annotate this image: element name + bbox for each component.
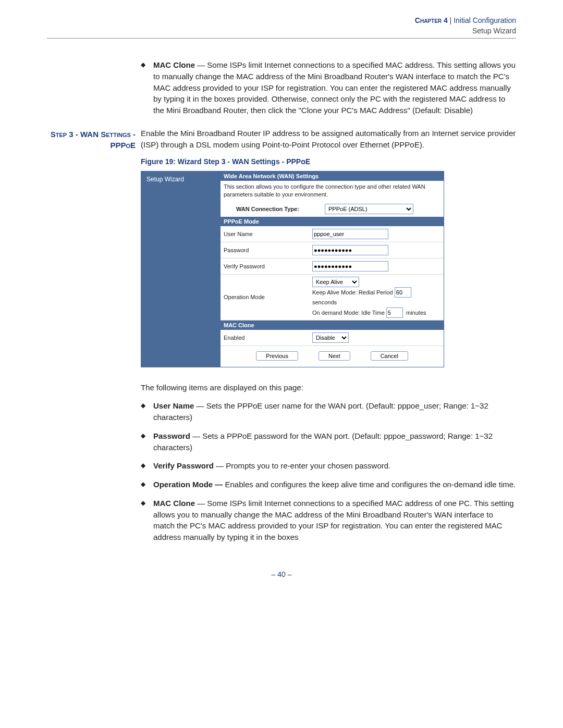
keepalive-post: senconds [312,299,337,305]
idle-time-input[interactable] [386,307,403,318]
bullet-mac-clone-top: MAC Clone — Some ISPs limit Internet con… [141,59,516,116]
header-rule [47,38,516,39]
page-number: – 40 – [47,570,516,578]
next-button[interactable]: Next [319,351,350,361]
wan-connection-type-label: WAN Connection Type: [224,206,325,212]
bullet-username: User Name — Sets the PPPoE user name for… [141,400,516,423]
username-input[interactable] [312,229,388,239]
text-mac-clone: — Some ISPs limit Internet connections t… [153,60,516,115]
bullet-password: Password — Sets a PPPoE password for the… [141,430,516,453]
mac-enabled-label: Enabled [224,335,312,341]
running-header: Chapter 4 | Initial Configuration Setup … [47,16,516,36]
wizard-sidebar: Setup Wizard [141,171,221,366]
ondemand-post: minutes [406,310,426,316]
bullet-operation-mode: Operation Mode — Enables and configures … [141,479,516,490]
wan-description: This section allows you to configure the… [221,181,444,201]
password-label: Password [224,247,312,253]
bullet-mac-clone: MAC Clone — Some ISPs limit Internet con… [141,498,516,543]
term-mac-clone: MAC Clone [153,60,195,69]
password-input[interactable] [312,245,388,255]
ondemand-pre: On demand Mode: Idle Time [312,310,386,316]
verify-password-label: Verify Password [224,263,312,269]
band-mac-clone: MAC Clone [221,320,444,330]
mac-enabled-select[interactable]: Disable [312,332,349,343]
wan-connection-type-select[interactable]: PPPoE (ADSL) [325,204,413,214]
bullet-verify-password: Verify Password — Prompts you to re-ente… [141,460,516,472]
band-pppoe-mode: PPPoE Mode [221,217,444,226]
header-chapter: Chapter 4 [415,16,448,24]
keepalive-pre: Keep Alive Mode: Redial Period [312,289,395,295]
step-heading: Step 3 - WAN Settings - PPPoE [47,128,136,554]
figure-caption: Figure 19: Wizard Step 3 - WAN Settings … [141,157,516,166]
previous-button[interactable]: Previous [256,351,298,361]
sidebar-setup-wizard: Setup Wizard [146,176,184,183]
redial-period-input[interactable] [395,287,411,298]
header-section: Initial Configuration [454,16,516,24]
cancel-button[interactable]: Cancel [371,351,408,361]
wizard-screenshot: Setup Wizard Wide Area Network (WAN) Set… [141,171,444,367]
operation-mode-select[interactable]: Keep Alive [312,277,359,287]
band-wan-settings: Wide Area Network (WAN) Settings [221,171,444,181]
step-intro: Enable the Mini Broadband Router IP addr… [141,128,516,151]
username-label: User Name [224,231,312,237]
verify-password-input[interactable] [312,261,388,272]
header-subsection: Setup Wizard [472,27,516,35]
following-items-intro: The following items are displayed on thi… [141,382,516,393]
header-separator: | [450,16,452,24]
operation-mode-label: Operation Mode [224,294,312,300]
